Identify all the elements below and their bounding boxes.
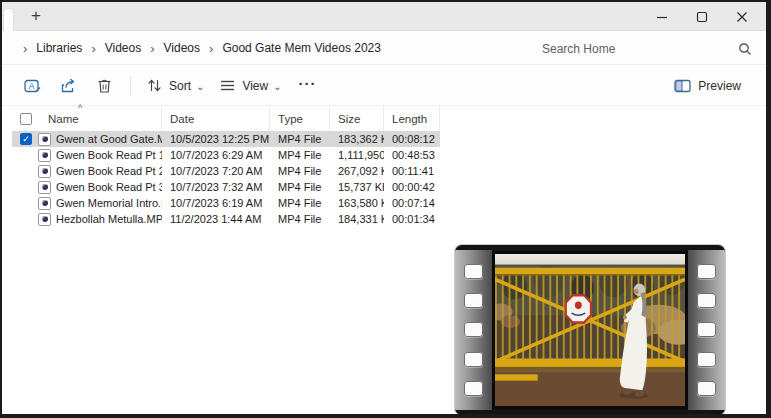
file-length: 00:48:53 — [384, 149, 440, 161]
sprocket-hole — [697, 293, 716, 308]
chevron-right-icon: › — [141, 41, 163, 56]
mp4-file-icon — [38, 165, 51, 178]
file-size: 183,362 KB — [330, 133, 384, 145]
chevron-right-icon: › — [200, 41, 222, 56]
new-tab-button[interactable]: + — [24, 4, 48, 28]
sprocket-hole — [464, 322, 483, 337]
search-box — [526, 35, 758, 62]
active-tab-fragment[interactable] — [3, 8, 14, 31]
minimize-button[interactable] — [642, 2, 682, 31]
breadcrumb-item-libraries[interactable]: Libraries — [36, 41, 82, 55]
column-label: Type — [278, 113, 303, 125]
file-name: Gwen at Good Gate.MP4 — [56, 133, 162, 145]
file-length: 00:01:34 — [384, 213, 440, 225]
file-date: 10/7/2023 6:29 AM — [162, 149, 270, 161]
rename-button[interactable]: A — [14, 71, 50, 101]
file-name: Gwen Memorial Intro.MP4 — [56, 197, 162, 209]
file-date: 10/7/2023 7:20 AM — [162, 165, 270, 177]
file-date: 11/2/2023 1:44 AM — [162, 213, 270, 225]
search-input[interactable] — [526, 41, 732, 57]
file-size: 163,580 KB — [330, 197, 384, 209]
column-header-size[interactable]: Size — [330, 106, 384, 131]
preview-pane-icon — [674, 79, 691, 93]
tab-bar: + — [2, 2, 766, 31]
column-header-type[interactable]: Type — [270, 106, 330, 131]
sprocket-hole — [464, 381, 483, 396]
chevron-down-icon: ⌄ — [273, 81, 281, 92]
share-icon — [60, 78, 77, 94]
share-button[interactable] — [50, 71, 86, 101]
table-row[interactable]: Gwen Book Read Pt 3.MP4 10/7/2023 7:32 A… — [12, 179, 440, 195]
mp4-file-icon — [38, 181, 51, 194]
file-list: Name ^ Date Type Size Length ✓ Gwen at G… — [12, 106, 440, 227]
row-checkbox[interactable]: ✓ — [20, 133, 32, 145]
mp4-file-icon — [38, 133, 51, 146]
file-size: 15,737 KB — [330, 181, 384, 193]
column-header-name[interactable]: Name ^ — [12, 106, 162, 131]
column-headers: Name ^ Date Type Size Length — [12, 106, 440, 131]
table-row[interactable]: Gwen Memorial Intro.MP4 10/7/2023 6:19 A… — [12, 195, 440, 211]
file-name: Gwen Book Read Pt 1.MP4 — [56, 149, 162, 161]
preview-button[interactable]: Preview — [666, 71, 754, 101]
preview-label: Preview — [698, 79, 741, 93]
sprocket-hole — [697, 322, 716, 337]
sort-label: Sort — [169, 79, 191, 93]
column-label: Size — [338, 113, 360, 125]
maximize-icon — [696, 11, 708, 23]
close-icon — [736, 11, 748, 23]
sprocket-hole — [464, 293, 483, 308]
delete-button[interactable] — [86, 71, 122, 101]
more-options-icon: ··· — [299, 75, 317, 92]
breadcrumb-item-videos-2[interactable]: Videos — [164, 41, 200, 55]
breadcrumb-item-current-folder[interactable]: Good Gate Mem Videos 2023 — [222, 41, 381, 55]
file-name: Gwen Book Read Pt 2.MP4 — [56, 165, 162, 177]
close-button[interactable] — [722, 2, 762, 31]
file-name: Hezbollah Metulla.MP4 — [56, 213, 162, 225]
file-type: MP4 File — [270, 181, 330, 193]
file-length: 00:11:41 — [384, 165, 440, 177]
file-explorer-window: + › Libraries › Videos › Videos › Good G… — [0, 0, 771, 418]
sort-button[interactable]: Sort ⌄ — [139, 71, 212, 101]
table-row[interactable]: Gwen Book Read Pt 1.MP4 10/7/2023 6:29 A… — [12, 147, 440, 163]
more-options-button[interactable]: ··· — [290, 71, 326, 101]
file-size: 184,331 KB — [330, 213, 384, 225]
file-name: Gwen Book Read Pt 3.MP4 — [56, 181, 162, 193]
command-toolbar: A Sort ⌄ — [2, 66, 766, 106]
sprocket-hole — [697, 352, 716, 367]
chevron-down-icon: ⌄ — [196, 81, 204, 92]
breadcrumb: › Libraries › Videos › Videos › Good Gat… — [2, 41, 381, 56]
sprocket-hole — [464, 264, 483, 279]
file-date: 10/7/2023 7:32 AM — [162, 181, 270, 193]
sort-arrows-icon — [147, 78, 162, 93]
sprocket-hole — [464, 352, 483, 367]
video-frame-thumbnail — [492, 251, 688, 409]
minimize-icon — [656, 11, 668, 23]
view-button[interactable]: View ⌄ — [212, 71, 289, 101]
file-type: MP4 File — [270, 213, 330, 225]
file-size: 1,111,950 KB — [330, 149, 384, 161]
table-row[interactable]: ✓ Gwen at Good Gate.MP4 10/5/2023 12:25 … — [12, 131, 440, 147]
trash-icon — [97, 78, 112, 94]
mp4-file-icon — [38, 197, 51, 210]
mp4-file-icon — [38, 213, 51, 226]
sort-ascending-icon: ^ — [78, 103, 82, 113]
file-type: MP4 File — [270, 133, 330, 145]
maximize-button[interactable] — [682, 2, 722, 31]
rename-icon: A — [24, 78, 41, 94]
search-icon[interactable] — [732, 42, 758, 56]
filmstrip-sprocket-column — [455, 250, 492, 410]
toolbar-divider — [130, 76, 131, 96]
select-all-checkbox[interactable] — [20, 113, 32, 125]
file-date: 10/5/2023 12:25 PM — [162, 133, 270, 145]
file-size: 267,092 KB — [330, 165, 384, 177]
svg-text:A: A — [28, 81, 34, 91]
view-list-icon — [220, 79, 235, 92]
column-header-date[interactable]: Date — [162, 106, 270, 131]
file-length: 00:08:12 — [384, 133, 440, 145]
column-header-length[interactable]: Length — [384, 106, 440, 131]
table-row[interactable]: Hezbollah Metulla.MP4 11/2/2023 1:44 AM … — [12, 211, 440, 227]
breadcrumb-item-videos[interactable]: Videos — [105, 41, 141, 55]
sprocket-hole — [697, 264, 716, 279]
file-length: 00:00:42 — [384, 181, 440, 193]
table-row[interactable]: Gwen Book Read Pt 2.MP4 10/7/2023 7:20 A… — [12, 163, 440, 179]
